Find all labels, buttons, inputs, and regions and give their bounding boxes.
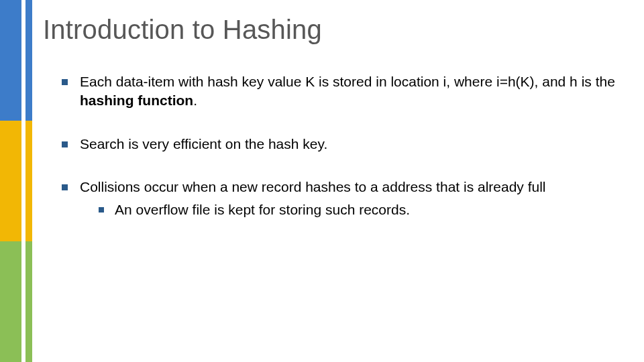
slide-body: Each data-item with hash key value K is … [62, 72, 617, 220]
sub-bullet-text: An overflow file is kept for storing suc… [115, 200, 410, 219]
slide-title: Introduction to Hashing [43, 15, 322, 45]
bullet-1-pre: Each data-item with hash key value K is … [80, 74, 615, 89]
sidebar-stripe-blue [25, 0, 32, 121]
bullet-3-text: Collisions occur when a new record hashe… [80, 179, 546, 194]
bullet-text-1: Each data-item with hash key value K is … [80, 72, 617, 111]
bullet-item-1: Each data-item with hash key value K is … [62, 72, 617, 111]
bullet-item-3: Collisions occur when a new record hashe… [62, 178, 617, 220]
sub-bullet-item: An overflow file is kept for storing suc… [99, 200, 617, 219]
sidebar-stripe-gold [25, 121, 32, 241]
slide: Introduction to Hashing Each data-item w… [0, 0, 644, 362]
square-bullet-icon [62, 141, 68, 147]
square-bullet-icon [99, 207, 104, 213]
bullet-text-3: Collisions occur when a new record hashe… [80, 178, 617, 220]
square-bullet-icon [62, 184, 68, 190]
sidebar-stripe-green [25, 241, 32, 362]
square-bullet-icon [62, 79, 68, 85]
sidebar-decoration [0, 0, 32, 362]
bullet-1-post: . [193, 93, 197, 108]
bullet-item-2: Search is very efficient on the hash key… [62, 135, 617, 154]
bullet-text-2: Search is very efficient on the hash key… [80, 135, 617, 154]
bullet-1-bold: hashing function [80, 93, 193, 108]
